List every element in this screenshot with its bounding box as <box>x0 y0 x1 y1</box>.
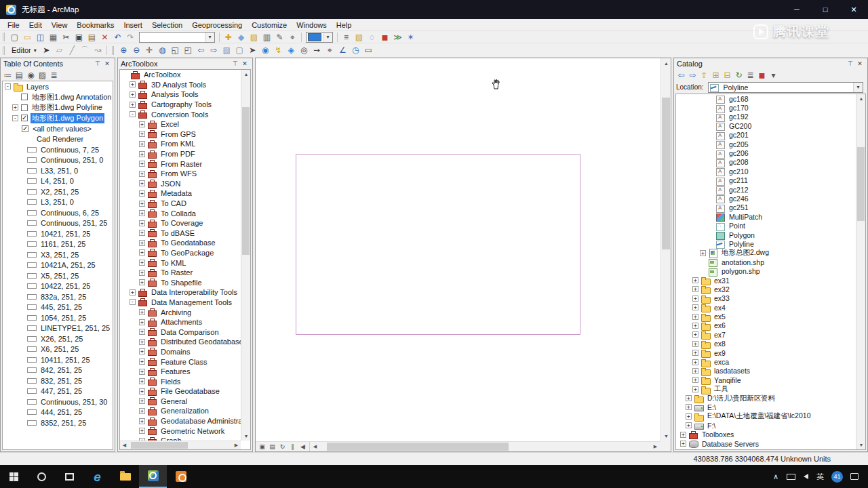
editor-toolbar-icon[interactable]: ✎ <box>273 31 286 43</box>
toolbox-item[interactable]: + To Shapefile <box>120 277 250 287</box>
legend-item[interactable]: L4, 251, 0 <box>3 176 113 187</box>
add-basemap-icon[interactable]: ◆ <box>235 31 248 43</box>
catalog-item[interactable]: + 工具 <box>676 385 865 394</box>
scroll-up-icon[interactable]: ▲ <box>241 70 251 79</box>
toc-window-icon[interactable]: ≡ <box>340 31 353 43</box>
expander[interactable]: + <box>139 428 145 434</box>
expander[interactable]: + <box>139 121 145 127</box>
expander[interactable]: + <box>692 277 698 283</box>
scale-combo[interactable]: ▾ <box>139 32 215 43</box>
undo-icon[interactable]: ↶ <box>111 31 124 43</box>
tray-chevron[interactable]: ∧ <box>769 472 783 481</box>
scrollbar-thumb[interactable] <box>327 443 509 451</box>
map-area[interactable]: ▲ ▼ ▣▤↻∥◀ ◀ ▶ <box>255 58 671 452</box>
catalog-item[interactable]: + 地形总图2.dwg <box>676 249 865 258</box>
arctoolbox-window-icon[interactable]: ◼ <box>378 31 391 43</box>
scroll-down-icon[interactable]: ▼ <box>661 431 671 441</box>
expander[interactable]: + <box>692 323 698 329</box>
toolbox-item[interactable]: + Attachments <box>120 317 250 327</box>
legend-item[interactable]: Continuous, 251, 0 <box>3 155 113 166</box>
expander[interactable]: + <box>139 309 145 315</box>
expander[interactable]: + <box>139 279 145 285</box>
pin-icon[interactable]: ⊤ <box>231 60 240 67</box>
layer-label[interactable]: 地形图1.dwg Polygon <box>31 113 104 123</box>
toolbox-item[interactable]: + Data Interoperability Tools <box>120 287 250 298</box>
straight-segment-icon[interactable]: ╱ <box>66 45 79 56</box>
legend-item[interactable]: 10421, 251, 25 <box>3 228 113 239</box>
expander[interactable]: + <box>692 314 698 320</box>
legend-item[interactable]: 832a, 251, 25 <box>3 291 113 302</box>
layer-label[interactable]: 地形图1.dwg Polyline <box>31 102 104 113</box>
expander[interactable]: + <box>139 210 145 216</box>
legend-item[interactable]: 1054, 251, 25 <box>3 312 113 323</box>
toolbox-item[interactable]: + To Coverage <box>120 218 250 228</box>
legend-item[interactable]: X6, 251, 25 <box>3 344 113 355</box>
expander[interactable]: + <box>139 249 145 256</box>
expander[interactable]: + <box>139 329 145 335</box>
catalog-item[interactable]: + ex6 <box>676 321 865 330</box>
time-slider-icon[interactable]: ◷ <box>349 45 362 56</box>
forward-extent-icon[interactable]: ⇨ <box>208 45 220 56</box>
expander[interactable]: + <box>139 388 145 394</box>
catalog-item[interactable]: + ex5 <box>676 312 865 321</box>
display-tray-button[interactable] <box>783 474 800 480</box>
legend-item[interactable]: 10421A, 251, 25 <box>3 260 113 271</box>
expander[interactable]: + <box>139 240 145 246</box>
layer-checkbox[interactable] <box>21 115 28 121</box>
expander[interactable]: + <box>680 432 686 438</box>
menu-item[interactable]: Selection <box>147 19 187 30</box>
legend-item[interactable]: 832, 251, 25 <box>3 375 113 386</box>
action-center-button[interactable] <box>846 473 863 480</box>
catalog-item[interactable]: anotation.shp <box>676 258 865 266</box>
refresh-icon[interactable]: ↻ <box>733 70 745 80</box>
open-icon[interactable]: ▭ <box>21 31 34 43</box>
expander[interactable]: + <box>680 441 686 447</box>
expander[interactable]: - <box>130 111 136 117</box>
expander[interactable]: + <box>692 350 698 356</box>
toolbar-grip[interactable] <box>3 46 6 55</box>
legend-item[interactable]: 447, 251, 25 <box>3 386 113 397</box>
expander[interactable]: + <box>12 104 18 110</box>
hyperlink-icon[interactable]: ↯ <box>272 45 285 56</box>
layer-label[interactable]: 地形图1.dwg Annotation <box>31 92 113 102</box>
expander[interactable]: + <box>686 395 692 401</box>
catalog-item[interactable]: + exca <box>676 357 865 366</box>
viewer-window-icon[interactable]: ▭ <box>362 45 375 56</box>
toolbox-item[interactable]: + From GPS <box>120 129 250 140</box>
close-icon[interactable]: ✕ <box>102 60 112 67</box>
expander[interactable]: + <box>130 102 136 108</box>
html-popup-icon[interactable]: ◈ <box>285 45 298 56</box>
catalog-item[interactable]: + ex7 <box>676 330 865 339</box>
input-language-indicator[interactable]: 英 <box>812 472 828 482</box>
scroll-right-icon[interactable]: ▶ <box>650 442 660 452</box>
expander[interactable]: + <box>139 339 145 345</box>
fill-color-picker[interactable]: ▾ <box>306 32 333 43</box>
list-by-source-icon[interactable]: ▤ <box>14 70 25 80</box>
editor-menu-button[interactable]: Editor ▾ <box>8 45 40 56</box>
expander[interactable]: + <box>139 190 145 197</box>
catalog-item[interactable]: + ex32 <box>676 285 865 293</box>
arccatalog-icon[interactable]: ▨ <box>248 31 260 43</box>
expander[interactable]: + <box>139 260 145 266</box>
catalog-item[interactable]: gc208 <box>676 158 865 167</box>
expander[interactable]: + <box>139 348 145 354</box>
catalog-item[interactable]: Polygon <box>676 230 865 239</box>
catalog-item[interactable]: + ex8 <box>676 340 865 348</box>
toc-layer[interactable]: + 地形图1.dwg Polyline <box>3 102 113 113</box>
edit-annotation-icon[interactable]: ▱ <box>53 45 66 56</box>
zoom-out-icon[interactable]: ⊖ <box>130 45 143 56</box>
menu-item[interactable]: Help <box>332 19 357 30</box>
toolbox-item[interactable]: ArcToolbox <box>120 70 250 80</box>
map-canvas[interactable] <box>256 58 660 441</box>
toolbox-item[interactable]: + To Collada <box>120 208 250 218</box>
options-menu-icon[interactable]: ▾ <box>768 70 779 80</box>
legend-item[interactable]: X2, 251, 25 <box>3 186 113 197</box>
toolbox-item[interactable]: + Fields <box>120 376 250 386</box>
scroll-right-icon[interactable]: ▶ <box>232 441 241 450</box>
toolbar-grip[interactable] <box>3 33 6 41</box>
expander[interactable]: + <box>139 230 145 236</box>
catalog-item[interactable]: + F:\ <box>676 421 865 430</box>
catalog-window-icon[interactable]: ▧ <box>353 31 366 43</box>
catalog-item[interactable]: + ex33 <box>676 294 865 303</box>
toolbox-item[interactable]: + From WFS <box>120 169 250 179</box>
